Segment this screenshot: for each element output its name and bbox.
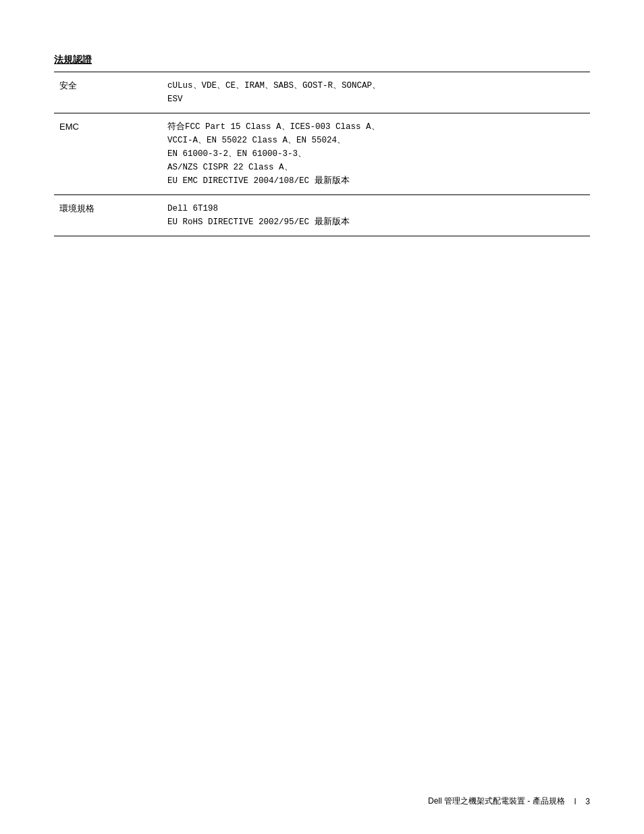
row-content: Dell 6T198 EU RoHS DIRECTIVE 2002/95/EC …: [162, 195, 590, 236]
table-row: 安全cULus、VDE、CE、IRAM、SABS、GOST-R、SONCAP、 …: [54, 72, 590, 113]
row-content: 符合FCC Part 15 Class A、ICES-003 Class A、 …: [162, 113, 590, 195]
table-row: EMC符合FCC Part 15 Class A、ICES-003 Class …: [54, 113, 590, 195]
row-label: 環境規格: [54, 195, 162, 236]
footer-text: Dell 管理之機架式配電裝置 - 產品規格 l 3: [428, 796, 590, 807]
row-content: cULus、VDE、CE、IRAM、SABS、GOST-R、SONCAP、 ES…: [162, 72, 590, 113]
row-label: 安全: [54, 72, 162, 113]
row-label: EMC: [54, 113, 162, 195]
cert-table: 安全cULus、VDE、CE、IRAM、SABS、GOST-R、SONCAP、 …: [54, 72, 590, 236]
page-content: 法規認證 安全cULus、VDE、CE、IRAM、SABS、GOST-R、SON…: [0, 0, 644, 290]
footer-product-name: Dell 管理之機架式配電裝置 - 產品規格: [428, 796, 565, 807]
footer: Dell 管理之機架式配電裝置 - 產品規格 l 3: [0, 796, 644, 807]
section-title: 法規認證: [54, 54, 590, 66]
footer-divider: l: [574, 797, 576, 806]
table-row: 環境規格Dell 6T198 EU RoHS DIRECTIVE 2002/95…: [54, 195, 590, 236]
footer-page-number: 3: [585, 797, 590, 806]
